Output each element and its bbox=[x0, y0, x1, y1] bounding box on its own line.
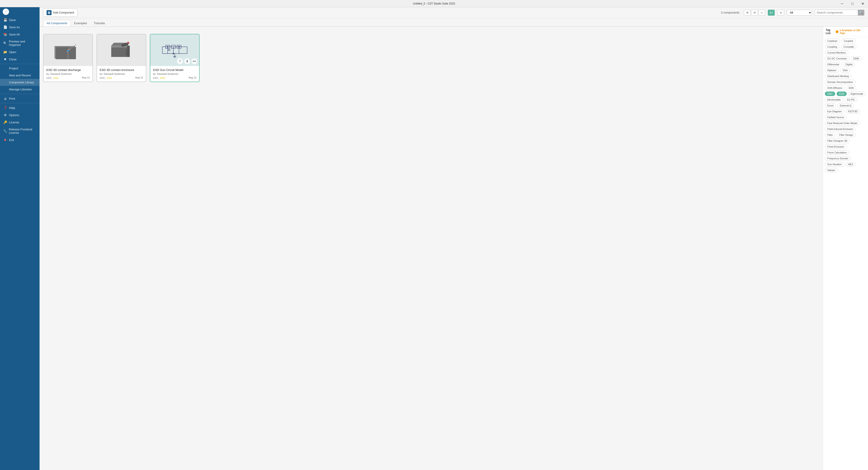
card-info-1: ESD 3D contact discharge by: Dassault Sy… bbox=[43, 66, 92, 82]
options-icon: ⚙ bbox=[3, 113, 7, 117]
sidebar-item-close[interactable]: ✖ Close bbox=[0, 56, 39, 63]
sidebar-item-save-as[interactable]: 📄 Save As bbox=[0, 24, 39, 31]
add-component-button[interactable]: ⊞ Add Component bbox=[43, 8, 78, 17]
sidebar-item-save[interactable]: 💾 Save bbox=[0, 16, 39, 24]
tag-esd-1: ESD bbox=[54, 76, 59, 79]
sidebar-item-component-library[interactable]: Component Library bbox=[0, 79, 39, 86]
component-card-esd-enclosure[interactable]: ESD 3D contact enclosure by: Dassault Sy… bbox=[96, 34, 146, 82]
card-info-2: ESD 3D contact enclosure by: Dassault Sy… bbox=[97, 66, 146, 82]
sidebar-item-preview-organize[interactable]: 🔍 Preview and Organize bbox=[0, 38, 39, 49]
card-author-3: by: Dassault Systemes bbox=[153, 72, 196, 75]
svg-point-7 bbox=[67, 51, 68, 52]
open-icon: 📂 bbox=[3, 50, 7, 54]
toolbar: ⊞ Add Component 3 components ⊞ ⊟ ≡ 🏷 ≡ A… bbox=[39, 7, 289, 18]
card-title-3: ESD Gun Circuit Model bbox=[153, 68, 196, 72]
sidebar-item-print[interactable]: 🖨 Print bbox=[0, 95, 39, 102]
release-icon: 🔧 bbox=[3, 129, 7, 133]
tag-emc-3: EMC, bbox=[153, 76, 159, 79]
card-tags-1: EMC, ESD bbox=[46, 76, 59, 79]
sidebar-divider-1 bbox=[0, 64, 39, 64]
sidebar-logo[interactable]: ← bbox=[0, 7, 39, 16]
card-help-button-3[interactable]: ? bbox=[177, 58, 183, 64]
svg-rect-2 bbox=[55, 46, 56, 59]
sidebar-divider-2 bbox=[0, 94, 39, 94]
content-area: ESD 3D contact discharge by: Dassault Sy… bbox=[39, 27, 289, 181]
card-title-2: ESD 3D contact enclosure bbox=[100, 68, 143, 72]
model-preview-discharge bbox=[53, 38, 83, 63]
tab-all-components[interactable]: All Components bbox=[43, 20, 71, 26]
sidebar-item-manage-libraries[interactable]: Manage Libraries bbox=[0, 86, 39, 93]
sidebar-item-exit[interactable]: ✖ Exit bbox=[0, 136, 39, 144]
exit-icon: ✖ bbox=[3, 138, 7, 142]
card-meta-3: EMC, ESD Aug 12 bbox=[153, 76, 196, 79]
sidebar: ← 💾 Save 📄 Save As 📚 Save All 🔍 Preview … bbox=[0, 7, 39, 181]
preview-icon: 🔍 bbox=[3, 41, 7, 45]
sidebar-item-save-all[interactable]: 📚 Save All bbox=[0, 31, 39, 38]
tag-esd-3: ESD bbox=[160, 76, 165, 79]
component-card-esd-discharge[interactable]: ESD 3D contact discharge by: Dassault Sy… bbox=[43, 34, 93, 82]
svg-rect-1 bbox=[55, 46, 75, 48]
card-tags-2: EMC, ESD bbox=[100, 76, 112, 79]
add-component-icon: ⊞ bbox=[46, 10, 52, 15]
cards-grid: ESD 3D contact discharge by: Dassault Sy… bbox=[43, 30, 289, 86]
sidebar-item-release-frontend[interactable]: 🔧 Release Frontend License bbox=[0, 126, 39, 136]
license-icon: 🔑 bbox=[3, 120, 7, 124]
card-date-1: Aug 12 bbox=[82, 76, 90, 79]
card-title-1: ESD 3D contact discharge bbox=[46, 68, 90, 72]
tab-examples[interactable]: Examples bbox=[71, 20, 90, 26]
sidebar-item-options[interactable]: ⚙ Options bbox=[0, 112, 39, 119]
save-all-icon: 📚 bbox=[3, 33, 7, 36]
tag-esd-2: ESD bbox=[107, 76, 112, 79]
svg-point-29 bbox=[178, 46, 180, 48]
save-as-icon: 📄 bbox=[3, 25, 7, 29]
card-more-button-3[interactable]: ••• bbox=[191, 58, 197, 64]
main-content: ⊞ Add Component 3 components ⊞ ⊟ ≡ 🏷 ≡ A… bbox=[39, 7, 289, 181]
save-icon: 💾 bbox=[3, 18, 7, 22]
tag-emc-2: EMC, bbox=[100, 76, 106, 79]
print-icon: 🖨 bbox=[3, 97, 7, 100]
title-bar: Untitled_0 - CST Studio Suite 2023 ─ □ ✕ bbox=[0, 0, 289, 7]
tabs-bar: All Components Examples Tutorials bbox=[39, 18, 289, 27]
card-author-1: by: Dassault Systemes bbox=[46, 72, 90, 75]
sidebar-item-new-recent[interactable]: New and Recent bbox=[0, 72, 39, 79]
sidebar-item-project[interactable]: Project bbox=[0, 65, 39, 72]
card-meta-2: EMC, ESD Aug 12 bbox=[100, 76, 143, 79]
model-preview-enclosure bbox=[107, 38, 136, 63]
card-download-button-3[interactable]: ⬇ bbox=[184, 58, 190, 64]
svg-point-27 bbox=[167, 46, 168, 48]
card-info-3: ESD Gun Circuit Model by: Dassault Syste… bbox=[150, 66, 199, 82]
card-preview-1 bbox=[43, 34, 92, 66]
help-icon: ❓ bbox=[3, 106, 7, 109]
svg-point-28 bbox=[173, 53, 174, 54]
card-preview-2 bbox=[97, 34, 146, 66]
back-button[interactable]: ← bbox=[3, 8, 9, 15]
card-date-3: Aug 12 bbox=[188, 76, 196, 79]
card-date-2: Aug 12 bbox=[135, 76, 143, 79]
card-tags-3: EMC, ESD bbox=[153, 76, 165, 79]
card-meta-1: EMC, ESD Aug 12 bbox=[46, 76, 90, 79]
sidebar-item-license[interactable]: 🔑 License bbox=[0, 119, 39, 126]
close-file-icon: ✖ bbox=[3, 57, 7, 61]
card-author-2: by: Dassault Systemes bbox=[100, 72, 143, 75]
component-card-esd-gun-circuit[interactable]: ? ⬇ ••• ESD Gun Circuit Model by: Dassau… bbox=[150, 34, 199, 82]
svg-rect-0 bbox=[56, 47, 76, 59]
sidebar-item-help[interactable]: ❓ Help bbox=[0, 104, 39, 112]
card-actions-3: ? ⬇ ••• bbox=[177, 58, 197, 64]
card-preview-3: ? ⬇ ••• bbox=[150, 34, 199, 66]
svg-point-14 bbox=[127, 42, 129, 43]
component-grid-area: ESD 3D contact discharge by: Dassault Sy… bbox=[39, 27, 289, 181]
tab-tutorials[interactable]: Tutorials bbox=[90, 20, 108, 26]
tag-emc-1: EMC, bbox=[46, 76, 53, 79]
sidebar-item-open[interactable]: 📂 Open bbox=[0, 49, 39, 56]
